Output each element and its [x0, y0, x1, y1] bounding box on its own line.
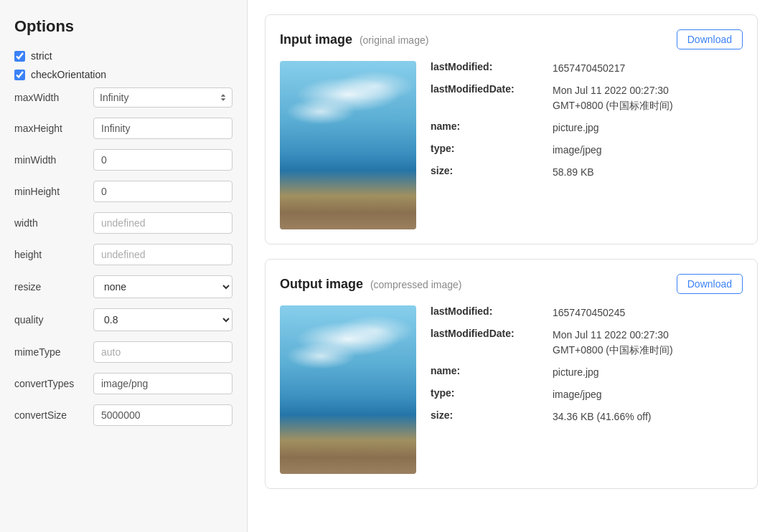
output-section-subtitle: (compressed image)	[370, 279, 462, 290]
height-label: height	[14, 249, 93, 260]
meta-value-last-modified-date: Mon Jul 11 2022 00:27:30GMT+0800 (中国标准时间…	[553, 83, 673, 113]
convert-types-input[interactable]	[93, 373, 232, 394]
convert-types-control	[93, 373, 232, 394]
panel-title: Options	[14, 17, 232, 36]
max-height-label: maxHeight	[14, 123, 93, 134]
meta-row: type: image/jpeg	[431, 387, 743, 402]
width-row: width	[14, 212, 232, 234]
meta-key-name: name:	[431, 120, 553, 132]
input-image-thumbnail	[280, 61, 416, 229]
resize-control: none contain cover pad	[93, 275, 232, 298]
strict-checkbox-row: strict	[14, 50, 232, 62]
input-section-title-group: Input image (original image)	[280, 32, 428, 47]
resize-row: resize none contain cover pad	[14, 275, 232, 298]
meta-value-name: picture.jpg	[553, 120, 599, 136]
mime-type-row: mimeType	[14, 341, 232, 363]
right-panel: Input image (original image) Download la…	[248, 0, 775, 532]
input-download-button[interactable]: Download	[677, 29, 743, 49]
convert-types-row: convertTypes	[14, 373, 232, 394]
output-image-thumbnail	[280, 305, 416, 474]
quality-label: quality	[14, 314, 93, 326]
height-control	[93, 244, 232, 265]
output-image-preview	[280, 305, 416, 474]
meta-value-name: picture.jpg	[553, 365, 599, 380]
strict-checkbox[interactable]	[14, 51, 25, 62]
meta-value-size: 58.89 KB	[553, 165, 594, 180]
max-height-control	[93, 118, 232, 139]
input-section-title: Input image	[280, 32, 352, 47]
convert-size-label: convertSize	[14, 409, 93, 421]
convert-size-row: convertSize	[14, 404, 232, 426]
input-image-section: Input image (original image) Download la…	[265, 14, 758, 244]
meta-key-type: type:	[431, 143, 553, 154]
output-section-title-group: Output image (compressed image)	[280, 277, 462, 292]
meta-key-last-modified: lastModified:	[431, 305, 553, 317]
meta-row: name: picture.jpg	[431, 120, 743, 136]
output-section-title: Output image	[280, 277, 363, 291]
min-width-input[interactable]	[93, 149, 232, 171]
max-width-row: maxWidth Infinity 1000 2000 4000	[14, 87, 232, 108]
meta-row: lastModifiedDate: Mon Jul 11 2022 00:27:…	[431, 83, 743, 113]
meta-key-size: size:	[431, 409, 553, 421]
min-width-row: minWidth	[14, 149, 232, 171]
min-width-control	[93, 149, 232, 171]
meta-row: name: picture.jpg	[431, 365, 743, 380]
strict-label: strict	[31, 50, 52, 62]
output-download-button[interactable]: Download	[677, 274, 743, 294]
max-width-label: maxWidth	[14, 92, 93, 103]
input-meta-table: lastModified: 1657470450217 lastModified…	[431, 61, 743, 187]
convert-size-input[interactable]	[93, 404, 232, 426]
meta-value-size: 34.36 KB (41.66% off)	[553, 409, 652, 424]
min-height-label: minHeight	[14, 186, 93, 197]
meta-row: type: image/jpeg	[431, 143, 743, 158]
width-label: width	[14, 217, 93, 229]
meta-row: size: 34.36 KB (41.66% off)	[431, 409, 743, 424]
mime-type-label: mimeType	[14, 346, 93, 358]
input-image-content: lastModified: 1657470450217 lastModified…	[280, 61, 743, 229]
meta-key-name: name:	[431, 365, 553, 376]
input-section-subtitle: (original image)	[360, 34, 428, 46]
meta-key-last-modified: lastModified:	[431, 61, 553, 72]
meta-row: lastModified: 1657470450245	[431, 305, 743, 320]
check-orientation-label: checkOrientation	[31, 69, 106, 80]
resize-label: resize	[14, 281, 93, 293]
output-section-header: Output image (compressed image) Download	[280, 274, 743, 294]
meta-value-last-modified: 1657470450217	[553, 61, 625, 76]
output-meta-table: lastModified: 1657470450245 lastModified…	[431, 305, 743, 432]
max-width-select[interactable]: Infinity 1000 2000 4000	[93, 87, 232, 108]
output-image-content: lastModified: 1657470450245 lastModified…	[280, 305, 743, 474]
max-height-input[interactable]	[93, 118, 232, 139]
width-control	[93, 212, 232, 234]
min-width-label: minWidth	[14, 154, 93, 166]
mime-type-control	[93, 341, 232, 363]
min-height-control	[93, 181, 232, 202]
height-input[interactable]	[93, 244, 232, 265]
max-height-row: maxHeight	[14, 118, 232, 139]
min-height-row: minHeight	[14, 181, 232, 202]
mime-type-input[interactable]	[93, 341, 232, 363]
check-orientation-checkbox-row: checkOrientation	[14, 69, 232, 80]
convert-size-control	[93, 404, 232, 426]
output-image-section: Output image (compressed image) Download…	[265, 259, 758, 489]
options-panel: Options strict checkOrientation maxWidth…	[0, 0, 248, 532]
max-width-control: Infinity 1000 2000 4000	[93, 87, 232, 108]
meta-row: lastModified: 1657470450217	[431, 61, 743, 76]
meta-row: lastModifiedDate: Mon Jul 11 2022 00:27:…	[431, 328, 743, 358]
meta-value-last-modified-date: Mon Jul 11 2022 00:27:30GMT+0800 (中国标准时间…	[553, 328, 673, 358]
quality-control: 0.6 0.7 0.8 0.9 1.0	[93, 308, 232, 331]
width-input[interactable]	[93, 212, 232, 234]
meta-row: size: 58.89 KB	[431, 165, 743, 180]
input-image-preview	[280, 61, 416, 229]
check-orientation-checkbox[interactable]	[14, 70, 25, 80]
quality-row: quality 0.6 0.7 0.8 0.9 1.0	[14, 308, 232, 331]
input-section-header: Input image (original image) Download	[280, 29, 743, 49]
meta-key-last-modified-date: lastModifiedDate:	[431, 328, 553, 339]
meta-key-type: type:	[431, 387, 553, 399]
convert-types-label: convertTypes	[14, 378, 93, 389]
meta-value-last-modified: 1657470450245	[553, 305, 625, 320]
min-height-input[interactable]	[93, 181, 232, 202]
height-row: height	[14, 244, 232, 265]
quality-select[interactable]: 0.6 0.7 0.8 0.9 1.0	[93, 308, 232, 331]
meta-value-type: image/jpeg	[553, 143, 602, 158]
resize-select[interactable]: none contain cover pad	[93, 275, 232, 298]
